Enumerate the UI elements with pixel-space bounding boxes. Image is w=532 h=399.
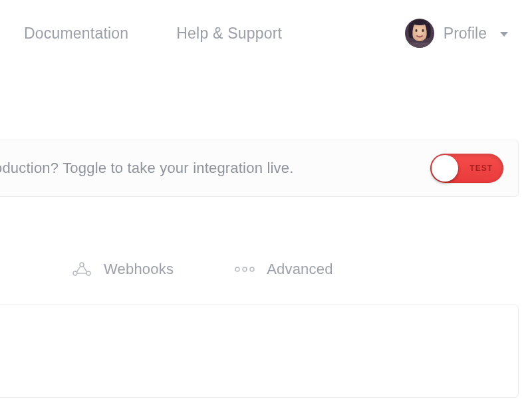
integration-banner: oduction? Toggle to take your integratio… bbox=[0, 140, 519, 197]
tab-advanced-label: Advanced bbox=[267, 261, 332, 278]
nav-documentation[interactable]: Documentation bbox=[24, 25, 128, 43]
profile-dropdown[interactable]: Profile bbox=[405, 19, 508, 48]
nav-help-support[interactable]: Help & Support bbox=[176, 25, 282, 43]
tab-advanced[interactable]: Advanced bbox=[235, 261, 332, 278]
content-panel bbox=[0, 305, 519, 398]
svg-point-6 bbox=[80, 263, 84, 267]
avatar bbox=[405, 19, 434, 48]
svg-line-9 bbox=[83, 266, 87, 272]
svg-point-13 bbox=[250, 267, 254, 271]
tab-webhooks[interactable]: Webhooks bbox=[72, 261, 174, 278]
toggle-knob bbox=[432, 155, 458, 182]
svg-rect-4 bbox=[405, 43, 434, 48]
profile-label: Profile bbox=[444, 25, 487, 43]
banner-text: oduction? Toggle to take your integratio… bbox=[0, 160, 294, 177]
top-nav: Documentation Help & Support bbox=[0, 0, 532, 66]
test-live-toggle[interactable]: TEST bbox=[430, 154, 503, 183]
chevron-down-icon bbox=[500, 32, 508, 37]
tab-webhooks-label: Webhooks bbox=[104, 261, 174, 278]
svg-line-8 bbox=[76, 266, 80, 272]
svg-point-2 bbox=[415, 29, 417, 32]
svg-point-3 bbox=[422, 29, 424, 32]
tabs-row: Webhooks Advanced bbox=[72, 261, 532, 278]
webhooks-icon bbox=[72, 261, 92, 277]
svg-point-12 bbox=[243, 267, 247, 271]
toggle-label: TEST bbox=[469, 164, 493, 173]
svg-point-11 bbox=[235, 267, 239, 271]
more-dots-icon bbox=[235, 267, 255, 272]
svg-point-1 bbox=[412, 23, 428, 41]
